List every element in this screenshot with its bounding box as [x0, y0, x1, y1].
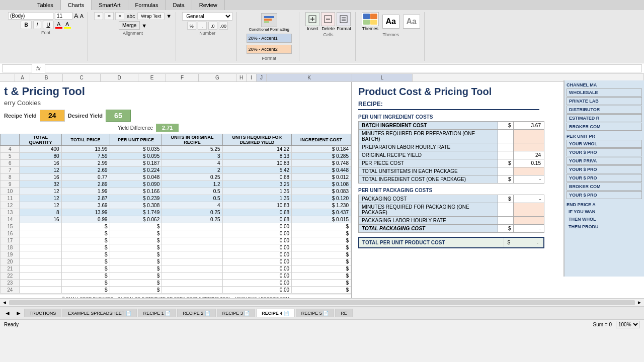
- table-cell[interactable]: $ 0.239: [110, 195, 162, 202]
- pkg-time-value[interactable]: [513, 203, 544, 217]
- table-cell[interactable]: [162, 273, 222, 280]
- table-cell[interactable]: 0.77: [61, 174, 110, 181]
- table-cell[interactable]: $ 0.308: [110, 202, 162, 209]
- tab-recipe4[interactable]: RECIPE 4 📄: [256, 309, 295, 317]
- italic-button[interactable]: I: [33, 21, 42, 29]
- tab-tables[interactable]: Tables: [30, 0, 61, 10]
- table-cell[interactable]: $ 0.108: [292, 181, 351, 188]
- tab-recipe1[interactable]: RECIPE 1 📄: [138, 309, 177, 317]
- tab-data[interactable]: Data: [166, 0, 192, 10]
- font-color-icon[interactable]: A: [55, 21, 62, 29]
- table-cell[interactable]: $: [110, 287, 162, 294]
- table-cell[interactable]: $ 1.749: [110, 209, 162, 216]
- table-cell[interactable]: 10.83: [222, 202, 292, 209]
- table-cell[interactable]: $: [292, 251, 351, 258]
- table-cell[interactable]: [162, 230, 222, 237]
- table-cell[interactable]: 0.68: [222, 216, 292, 223]
- table-cell[interactable]: $: [292, 287, 351, 294]
- table-cell[interactable]: [20, 244, 61, 251]
- table-cell[interactable]: [20, 258, 61, 265]
- total-ingredient-value[interactable]: -: [513, 175, 544, 184]
- tab-instructions[interactable]: TRUCTIONS: [24, 309, 62, 317]
- percent-btn[interactable]: %: [187, 22, 196, 30]
- table-cell[interactable]: 0.00: [222, 244, 292, 251]
- table-cell[interactable]: [20, 230, 61, 237]
- increase-decimal-btn[interactable]: .0: [208, 22, 217, 30]
- table-cell[interactable]: $: [110, 244, 162, 251]
- tab-charts[interactable]: Charts: [61, 0, 92, 10]
- align-right-btn[interactable]: ≡: [115, 12, 124, 20]
- col-header-k[interactable]: K: [267, 74, 352, 81]
- table-cell[interactable]: 0.5: [162, 188, 222, 195]
- decrease-decimal-btn[interactable]: .00: [219, 22, 228, 30]
- table-cell[interactable]: 2.89: [61, 181, 110, 188]
- table-cell[interactable]: $: [61, 251, 110, 258]
- table-cell[interactable]: $ 0.083: [292, 188, 351, 195]
- scroll-right-btn[interactable]: ►: [637, 300, 642, 305]
- accent2-preview[interactable]: 20% - Accent2: [247, 45, 292, 54]
- table-cell[interactable]: 13.99: [61, 146, 110, 153]
- table-cell[interactable]: $ 0.048: [110, 174, 162, 181]
- table-cell[interactable]: 1.35: [222, 195, 292, 202]
- table-cell[interactable]: 2: [162, 167, 222, 174]
- table-cell[interactable]: 1.99: [61, 188, 110, 195]
- tab-nav-left[interactable]: ◄: [2, 309, 13, 318]
- table-cell[interactable]: $: [292, 280, 351, 287]
- themes-btn[interactable]: Themes: [362, 12, 379, 31]
- total-units-value[interactable]: [513, 167, 544, 175]
- orig-yield-value[interactable]: 24: [513, 151, 544, 159]
- table-cell[interactable]: 1.35: [222, 188, 292, 195]
- font-grow-icon[interactable]: A: [74, 12, 78, 20]
- table-cell[interactable]: [162, 258, 222, 265]
- table-cell[interactable]: 0.00: [222, 230, 292, 237]
- effects-btn[interactable]: Aa: [403, 15, 420, 29]
- table-cell[interactable]: 10.83: [222, 160, 292, 167]
- tab-re[interactable]: RE: [335, 309, 353, 317]
- table-cell[interactable]: 0.25: [162, 174, 222, 181]
- table-cell[interactable]: $: [61, 244, 110, 251]
- table-cell[interactable]: $ 0.184: [292, 146, 351, 153]
- font-name-input[interactable]: (Body): [8, 12, 53, 20]
- format-cells-btn[interactable]: Format: [337, 12, 351, 31]
- conditional-formatting-btn[interactable]: Conditional Formatting: [247, 12, 291, 33]
- col-header-b[interactable]: B: [30, 74, 63, 81]
- table-cell[interactable]: [162, 287, 222, 294]
- delete-cells-btn[interactable]: Delete: [321, 12, 335, 31]
- table-cell[interactable]: 5.42: [222, 167, 292, 174]
- tab-smartart[interactable]: SmartArt: [92, 0, 128, 10]
- table-cell[interactable]: [20, 273, 61, 280]
- table-cell[interactable]: 13.99: [61, 209, 110, 216]
- col-header-e[interactable]: E: [138, 74, 166, 81]
- table-cell[interactable]: [162, 244, 222, 251]
- table-cell[interactable]: $ 0.062: [110, 216, 162, 223]
- table-cell[interactable]: 16: [20, 174, 61, 181]
- table-cell[interactable]: 12: [20, 167, 61, 174]
- pkg-labor-value[interactable]: [513, 217, 544, 225]
- table-cell[interactable]: $ 0.035: [110, 146, 162, 153]
- fonts-btn[interactable]: Aa: [382, 15, 399, 29]
- table-cell[interactable]: [162, 265, 222, 273]
- table-cell[interactable]: $ 0.448: [292, 167, 351, 174]
- table-cell[interactable]: 0.00: [222, 237, 292, 244]
- table-cell[interactable]: $ 0.437: [292, 209, 351, 216]
- table-cell[interactable]: 0.68: [222, 209, 292, 216]
- table-cell[interactable]: [20, 287, 61, 294]
- merge-button[interactable]: Merge: [119, 21, 140, 30]
- table-cell[interactable]: 0.68: [222, 174, 292, 181]
- wrap-dropdown-icon[interactable]: ▼: [166, 13, 172, 19]
- table-cell[interactable]: 80: [20, 153, 61, 160]
- table-cell[interactable]: 16: [20, 160, 61, 167]
- table-cell[interactable]: $ 0.224: [110, 167, 162, 174]
- table-cell[interactable]: [20, 223, 61, 230]
- prep-time-value[interactable]: [513, 130, 544, 143]
- table-cell[interactable]: $ 0.015: [292, 216, 351, 223]
- table-cell[interactable]: 0.00: [222, 265, 292, 273]
- tab-recipe5[interactable]: RECIPE 5 📄: [296, 309, 335, 317]
- tab-review[interactable]: Review: [192, 0, 225, 10]
- table-cell[interactable]: 0.00: [222, 258, 292, 265]
- recipe-yield-value[interactable]: 24: [40, 110, 65, 122]
- wrap-text-button[interactable]: Wrap Text: [137, 12, 165, 20]
- col-header-a[interactable]: A: [15, 74, 30, 81]
- table-cell[interactable]: 8.13: [222, 153, 292, 160]
- merge-dropdown-icon[interactable]: ▼: [141, 23, 147, 29]
